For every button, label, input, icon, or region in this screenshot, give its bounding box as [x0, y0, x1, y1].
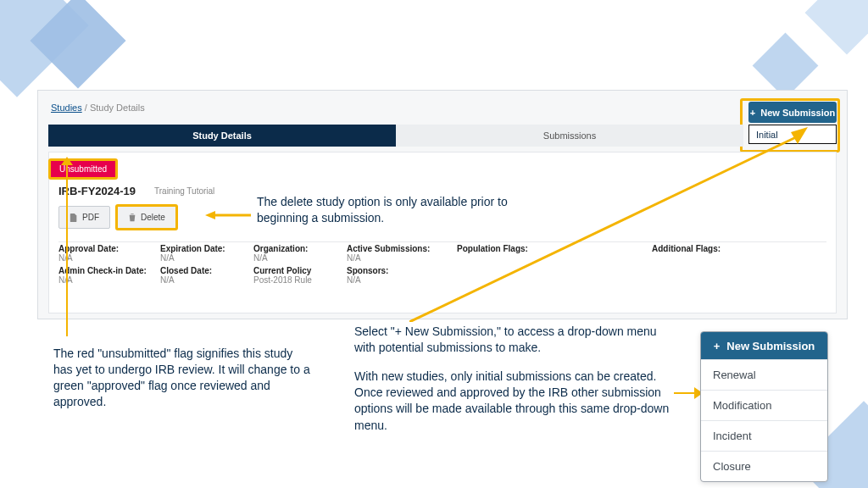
study-id: IRB-FY2024-19	[58, 185, 136, 197]
dropdown-item-closure[interactable]: Closure	[701, 451, 827, 481]
breadcrumb: Studies / Study Details	[51, 103, 145, 113]
plus-icon: +	[750, 108, 755, 118]
delete-button[interactable]: Delete	[115, 204, 178, 230]
file-icon	[70, 214, 78, 222]
breadcrumb-current: Study Details	[90, 103, 145, 113]
status-badge-unsubmitted: Unsubmitted	[48, 158, 118, 180]
app-panel: Studies / Study Details + New Submission…	[37, 90, 848, 319]
metadata-grid: Approval Date:N/A Expiration Date:N/A Or…	[58, 244, 826, 285]
bg-diamond	[805, 0, 868, 54]
submission-dropdown: + New Submission Renewal Modification In…	[700, 331, 828, 482]
study-subtitle: Training Tutorial	[154, 186, 214, 196]
arrow-delete-annotation	[205, 209, 251, 221]
study-actions: PDF Delete	[58, 204, 178, 230]
tab-bar: Study Details Submissions	[48, 125, 837, 147]
divider	[58, 241, 826, 242]
study-card	[48, 152, 837, 313]
arrow-unsubmitted-line	[66, 160, 68, 336]
annotation-new-submission: Select "+ New Submission," to access a d…	[354, 324, 678, 446]
svg-marker-1	[205, 211, 215, 219]
trash-icon	[128, 214, 136, 222]
breadcrumb-root[interactable]: Studies	[51, 103, 82, 113]
tab-study-details[interactable]: Study Details	[48, 125, 396, 147]
dropdown-item-modification[interactable]: Modification	[701, 390, 827, 420]
dropdown-item-renewal[interactable]: Renewal	[701, 359, 827, 390]
plus-icon: +	[714, 340, 721, 352]
new-submission-button[interactable]: + New Submission	[701, 332, 827, 359]
arrow-dropdown-line	[674, 392, 696, 394]
annotation-delete: The delete study option is only availabl…	[257, 194, 562, 226]
bg-diamond	[753, 33, 819, 99]
annotation-unsubmitted: The red "unsubmitted" flag signifies thi…	[53, 346, 314, 410]
new-submission-button[interactable]: + New Submission	[748, 102, 837, 123]
tab-submissions[interactable]: Submissions	[396, 125, 743, 147]
dropdown-item-incident[interactable]: Incident	[701, 420, 827, 451]
